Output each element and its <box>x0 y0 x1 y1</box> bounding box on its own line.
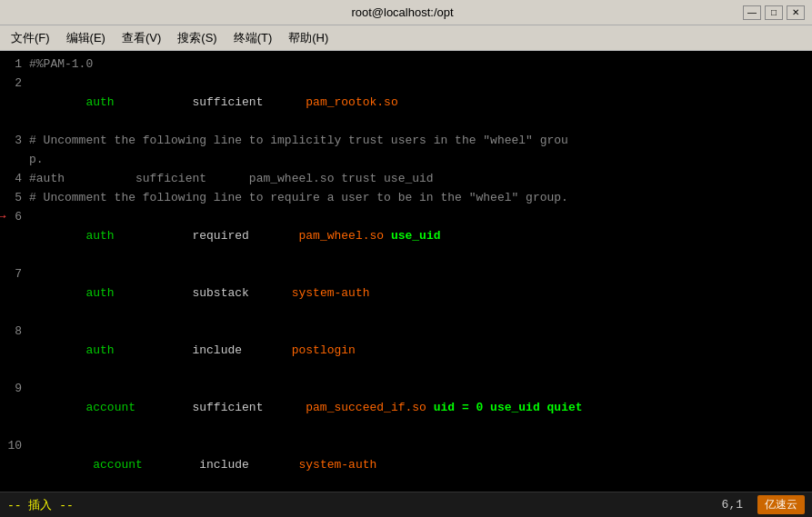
line-num-1: 1 <box>0 55 29 74</box>
line-num-2: 2 <box>0 74 29 93</box>
line-4: 4 #auth sufficient pam_wheel.so trust us… <box>0 169 812 188</box>
line-num-4: 4 <box>0 169 29 188</box>
maximize-button[interactable]: □ <box>765 5 783 20</box>
close-button[interactable]: ✕ <box>787 5 805 20</box>
line-num-7: 7 <box>0 264 29 283</box>
status-position: 6,1 <box>722 498 743 512</box>
line-content-7: auth substack system-auth <box>29 264 812 322</box>
titlebar: root@localhost:/opt — □ ✕ <box>0 0 812 25</box>
line-2: 2 auth sufficient pam_rootok.so <box>0 74 812 131</box>
line-num-3: 3 <box>0 131 29 150</box>
line-10: 10 account include system-auth <box>0 436 812 492</box>
status-logo: 亿速云 <box>757 495 805 514</box>
line-8: 8 auth include postlogin <box>0 322 812 379</box>
line-3: 3 # Uncomment the following line to impl… <box>0 131 812 150</box>
line-6: → 6 auth required pam_wheel.so use_uid <box>0 207 812 264</box>
line-3-cont: p. <box>0 150 812 169</box>
menu-file[interactable]: 文件(F) <box>4 28 57 48</box>
line-7: 7 auth substack system-auth <box>0 264 812 322</box>
menu-view[interactable]: 查看(V) <box>115 28 168 48</box>
editor-area[interactable]: 1 #%PAM-1.0 2 auth sufficient pam_rootok… <box>0 51 812 492</box>
line-content-10: account include system-auth <box>29 436 812 492</box>
line-9: 9 account sufficient pam_succeed_if.so u… <box>0 379 812 436</box>
line-content-3: # Uncomment the following line to implic… <box>29 131 812 150</box>
line-num-9: 9 <box>0 379 29 398</box>
minimize-button[interactable]: — <box>743 5 761 20</box>
line-content-9: account sufficient pam_succeed_if.so uid… <box>29 379 812 436</box>
menu-help[interactable]: 帮助(H) <box>281 28 336 48</box>
line-num-10: 10 <box>0 436 29 455</box>
line-content-5: # Uncomment the following line to requir… <box>29 188 812 207</box>
line-content-6: auth required pam_wheel.so use_uid <box>29 207 812 264</box>
menu-search[interactable]: 搜索(S) <box>170 28 224 48</box>
line-1: 1 #%PAM-1.0 <box>0 55 812 74</box>
line-num-8: 8 <box>0 322 29 341</box>
line-num-5: 5 <box>0 188 29 207</box>
line-content-2: auth sufficient pam_rootok.so <box>29 74 812 131</box>
status-right: 6,1 亿速云 <box>722 495 805 514</box>
status-mode: -- 插入 -- <box>7 497 74 513</box>
line-content-1: #%PAM-1.0 <box>29 55 812 74</box>
line-content-8: auth include postlogin <box>29 322 812 379</box>
line-content-3-cont: p. <box>29 150 812 169</box>
titlebar-buttons[interactable]: — □ ✕ <box>743 5 805 20</box>
line-5: 5 # Uncomment the following line to requ… <box>0 188 812 207</box>
menu-terminal[interactable]: 终端(T) <box>226 28 280 48</box>
statusbar: -- 插入 -- 6,1 亿速云 <box>0 492 812 517</box>
editor-content: 1 #%PAM-1.0 2 auth sufficient pam_rootok… <box>0 51 812 492</box>
line-content-4: #auth sufficient pam_wheel.so trust use_… <box>29 169 812 188</box>
menubar: 文件(F) 编辑(E) 查看(V) 搜索(S) 终端(T) 帮助(H) <box>0 25 812 51</box>
titlebar-title: root@localhost:/opt <box>62 5 743 19</box>
line-num-3-cont <box>0 150 29 169</box>
menu-edit[interactable]: 编辑(E) <box>59 28 113 48</box>
